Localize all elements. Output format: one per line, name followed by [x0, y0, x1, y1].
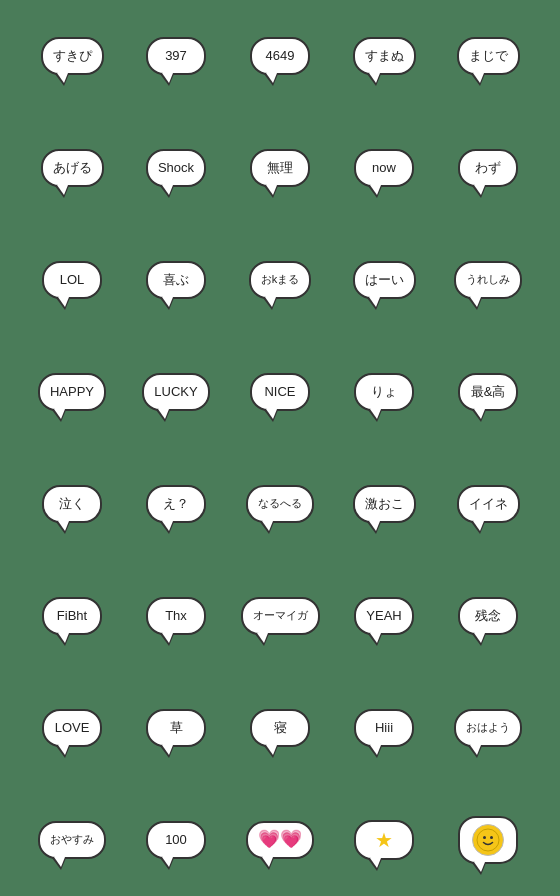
bubble-text-wazu: わず — [475, 160, 501, 176]
bubble-wazu: わず — [458, 149, 518, 187]
bubble-eq: え？ — [146, 485, 206, 523]
bubble-text-lol: LOL — [60, 272, 85, 288]
bubble-text-iine: イイネ — [469, 496, 508, 512]
bubble-cell-gekioko[interactable]: 激おこ — [334, 450, 434, 558]
bubble-text-lucky: LUCKY — [154, 384, 197, 400]
bubble-zannen: 残念 — [458, 597, 518, 635]
smiley-svg — [476, 828, 500, 852]
bubble-kusa: 草 — [146, 709, 206, 747]
bubble-cell-neru[interactable]: 寝 — [230, 674, 330, 782]
bubble-cell-sukibi[interactable]: すきぴ — [22, 2, 122, 110]
bubble-cell-shock[interactable]: Shock — [126, 114, 226, 222]
bubble-cell-sumanu[interactable]: すまぬ — [334, 2, 434, 110]
bubble-text-neru: 寝 — [274, 720, 287, 736]
bubble-okimaru: おkまる — [249, 261, 312, 299]
bubble-text-hai: はーい — [365, 272, 404, 288]
bubble-text-397: 397 — [165, 48, 187, 64]
bubble-now: now — [354, 149, 414, 187]
bubble-sumanu: すまぬ — [353, 37, 416, 75]
bubble-text-okimaru: おkまる — [261, 273, 300, 286]
bubble-cell-naku[interactable]: 泣く — [22, 450, 122, 558]
bubble-text-ohayou: おはよう — [466, 721, 510, 734]
bubble-text-100: 100 — [165, 832, 187, 848]
bubble-cell-lol[interactable]: LOL — [22, 226, 122, 334]
bubble-text-ryo: りょ — [371, 384, 397, 400]
bubble-cell-hiii[interactable]: Hiii — [334, 674, 434, 782]
bubble-cell-4649[interactable]: 4649 — [230, 2, 330, 110]
bubble-4649: 4649 — [250, 37, 310, 75]
bubble-muri: 無理 — [250, 149, 310, 187]
bubble-cell-zannen[interactable]: 残念 — [438, 562, 538, 670]
bubble-text-kusa: 草 — [170, 720, 183, 736]
bubble-nice: NICE — [250, 373, 310, 411]
svg-point-0 — [477, 829, 499, 851]
bubble-cell-okimaru[interactable]: おkまる — [230, 226, 330, 334]
bubble-text-star: ★ — [375, 828, 393, 852]
svg-point-2 — [490, 836, 493, 839]
bubble-cell-naruhodo[interactable]: なるへる — [230, 450, 330, 558]
bubble-cell-hearts[interactable]: 💗💗 — [230, 786, 330, 894]
bubble-yorokobu: 喜ぶ — [146, 261, 206, 299]
bubble-cell-ryo[interactable]: りょ — [334, 338, 434, 446]
bubble-text-eq: え？ — [163, 496, 189, 512]
bubble-cell-ohayou[interactable]: おはよう — [438, 674, 538, 782]
bubble-cell-nice[interactable]: NICE — [230, 338, 330, 446]
bubble-cell-iine[interactable]: イイネ — [438, 450, 538, 558]
bubble-cell-wazu[interactable]: わず — [438, 114, 538, 222]
bubble-text-now: now — [372, 160, 396, 176]
bubble-text-sukibi: すきぴ — [53, 48, 92, 64]
bubble-hiii: Hiii — [354, 709, 414, 747]
bubble-text-happy: HAPPY — [50, 384, 94, 400]
bubble-cell-star[interactable]: ★ — [334, 786, 434, 894]
bubble-100: 100 — [146, 821, 206, 859]
bubble-cell-ohmygod[interactable]: オーマイガ — [230, 562, 330, 670]
bubble-text-love: LOVE — [55, 720, 90, 736]
bubble-cell-yeah[interactable]: YEAH — [334, 562, 434, 670]
bubble-cell-kusa[interactable]: 草 — [126, 674, 226, 782]
bubble-text-muri: 無理 — [267, 160, 293, 176]
bubble-ohmygod: オーマイガ — [241, 597, 320, 635]
bubble-cell-majide[interactable]: まじで — [438, 2, 538, 110]
bubble-text-yorokobu: 喜ぶ — [163, 272, 189, 288]
bubble-text-hiii: Hiii — [375, 720, 393, 736]
bubble-cell-smiley[interactable] — [438, 786, 538, 894]
bubble-cell-yorokobu[interactable]: 喜ぶ — [126, 226, 226, 334]
bubble-thx: Thx — [146, 597, 206, 635]
bubble-cell-ageru[interactable]: あげる — [22, 114, 122, 222]
bubble-star: ★ — [354, 820, 414, 860]
bubble-lol: LOL — [42, 261, 102, 299]
bubble-cell-ureshimi[interactable]: うれしみ — [438, 226, 538, 334]
bubble-shock: Shock — [146, 149, 206, 187]
bubble-cell-now[interactable]: now — [334, 114, 434, 222]
bubble-hai: はーい — [353, 261, 416, 299]
bubble-ryo: りょ — [354, 373, 414, 411]
svg-point-1 — [483, 836, 486, 839]
bubble-cell-lucky[interactable]: LUCKY — [126, 338, 226, 446]
bubble-cell-happy[interactable]: HAPPY — [22, 338, 122, 446]
bubble-cell-100[interactable]: 100 — [126, 786, 226, 894]
bubble-cell-eq[interactable]: え？ — [126, 450, 226, 558]
bubble-text-nice: NICE — [264, 384, 295, 400]
bubble-ohayou: おはよう — [454, 709, 522, 747]
bubble-text-hearts: 💗💗 — [258, 829, 302, 851]
smiley-face — [472, 824, 504, 856]
bubble-cell-hai[interactable]: はーい — [334, 226, 434, 334]
bubble-majide: まじで — [457, 37, 520, 75]
bubble-yeah: YEAH — [354, 597, 414, 635]
bubble-cell-oyasumi[interactable]: おやすみ — [22, 786, 122, 894]
bubble-text-majide: まじで — [469, 48, 508, 64]
bubble-cell-love[interactable]: LOVE — [22, 674, 122, 782]
bubble-happy: HAPPY — [38, 373, 106, 411]
bubble-cell-muri[interactable]: 無理 — [230, 114, 330, 222]
bubble-text-shock: Shock — [158, 160, 194, 176]
bubble-cell-saikoukou[interactable]: 最&高 — [438, 338, 538, 446]
bubble-cell-fight[interactable]: FiBht — [22, 562, 122, 670]
bubble-gekioko: 激おこ — [353, 485, 416, 523]
bubble-ageru: あげる — [41, 149, 104, 187]
bubble-text-ohmygod: オーマイガ — [253, 609, 308, 622]
bubble-cell-thx[interactable]: Thx — [126, 562, 226, 670]
bubble-text-saikoukou: 最&高 — [471, 384, 506, 400]
bubble-text-gekioko: 激おこ — [365, 496, 404, 512]
bubble-cell-397[interactable]: 397 — [126, 2, 226, 110]
bubble-smiley — [458, 816, 518, 864]
